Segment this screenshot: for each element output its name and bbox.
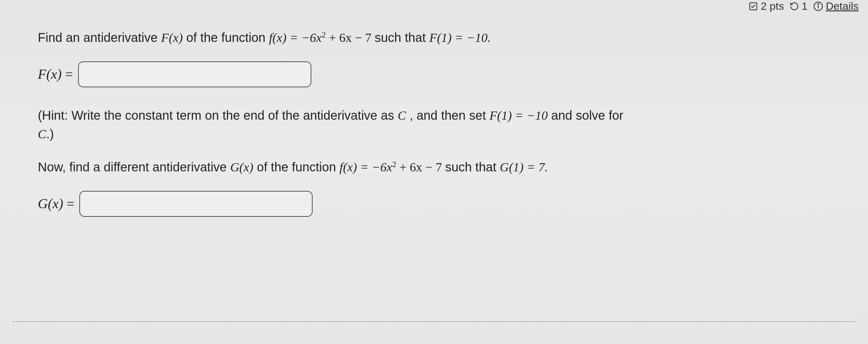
math-f-eq-2: f(x) = −6x bbox=[340, 160, 392, 174]
answer-input-F[interactable] bbox=[78, 61, 311, 87]
prompt-text: of the function bbox=[257, 160, 339, 174]
prompt-text: Now, find a different antiderivative bbox=[38, 160, 230, 174]
points-text: 2 pts bbox=[761, 0, 784, 12]
hint-text: (Hint: Write the constant term on the en… bbox=[38, 106, 830, 143]
prompt-text: such that bbox=[445, 160, 500, 174]
math-condition-2: G(1) = 7. bbox=[500, 160, 548, 174]
math-condition-1: F(1) = −10. bbox=[429, 31, 491, 45]
math-f-tail-2: + 6x − 7 bbox=[396, 160, 442, 174]
math-G-of-x: G(x) bbox=[230, 160, 253, 174]
math-hint-cond: F(1) = −10 bbox=[489, 108, 548, 123]
svg-point-3 bbox=[818, 4, 819, 5]
prompt-text: such that bbox=[375, 31, 429, 44]
math-f-tail: + 6x − 7 bbox=[326, 31, 371, 45]
details-link[interactable]: Details bbox=[826, 0, 859, 12]
attempts-text: 1 bbox=[802, 0, 807, 12]
checkbox-icon bbox=[749, 2, 758, 11]
input-2-label: G(x) = bbox=[38, 194, 74, 214]
prompt-1: Find an antiderivative F(x) of the funct… bbox=[38, 28, 830, 47]
math-C2: C bbox=[38, 127, 46, 141]
answer-input-G[interactable] bbox=[80, 191, 313, 217]
math-F-of-x: F(x) bbox=[161, 31, 183, 45]
prompt-text: Find an antiderivative bbox=[38, 31, 161, 44]
prompt-2: Now, find a different antiderivative G(x… bbox=[38, 158, 830, 177]
math-f-eq: f(x) = −6x bbox=[269, 31, 322, 45]
attempts-indicator: 1 bbox=[789, 0, 807, 12]
math-exponent: 2 bbox=[392, 160, 396, 169]
retry-icon bbox=[789, 2, 799, 11]
prompt-text: of the function bbox=[186, 31, 269, 44]
info-icon bbox=[813, 1, 823, 11]
section-divider bbox=[12, 321, 856, 322]
math-C: C bbox=[398, 108, 406, 123]
math-exponent: 2 bbox=[322, 30, 326, 39]
points-indicator: 2 pts bbox=[749, 0, 784, 12]
input-1-label: F(x) = bbox=[38, 64, 73, 85]
